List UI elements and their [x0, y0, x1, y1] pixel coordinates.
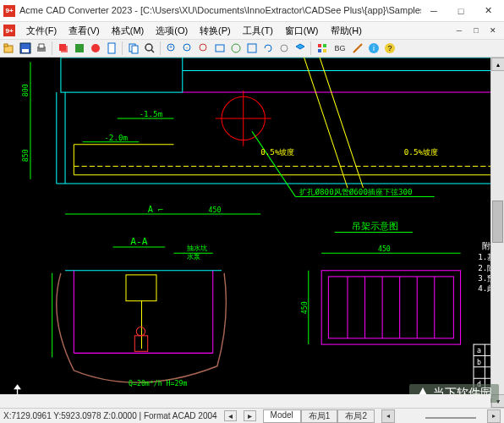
print-icon[interactable]	[34, 41, 49, 56]
copy-icon[interactable]	[126, 41, 141, 56]
menu-bar: 9+ 文件(F) 查看(V) 格式(M) 选项(O) 转换(P) 工具(T) 窗…	[0, 22, 504, 39]
search-icon[interactable]	[142, 41, 157, 56]
svg-text:i: i	[373, 44, 375, 52]
scroll-thumb-h[interactable]	[425, 417, 476, 419]
vert-dim-2: 850	[21, 149, 30, 162]
save-icon[interactable]	[18, 41, 33, 56]
svg-text:-: -	[186, 44, 189, 50]
status-coords: X:7129.0961 Y:5923.0978 Z:0.0000 | Forma…	[3, 411, 217, 420]
measure-icon[interactable]	[350, 41, 365, 56]
zoom-out-icon[interactable]: -	[180, 41, 195, 56]
hscroll-left-icon[interactable]: ◂	[381, 409, 395, 423]
status-bar: X:7129.0961 Y:5923.0978 Z:0.0000 | Forma…	[0, 408, 504, 423]
tab-b: b	[477, 358, 481, 366]
dim-450: 450	[209, 206, 222, 214]
svg-rect-68	[321, 271, 460, 344]
menu-file[interactable]: 文件(F)	[21, 24, 62, 38]
svg-text:+: +	[169, 44, 173, 50]
menu-window[interactable]: 窗口(W)	[280, 24, 324, 38]
menu-options[interactable]: 选项(O)	[151, 24, 193, 38]
vert-dim-1: 800	[21, 84, 30, 96]
doc-icon[interactable]	[104, 41, 119, 56]
layout-tab-1[interactable]: 布局1	[301, 409, 338, 423]
horizontal-scrollbar[interactable]	[0, 394, 490, 408]
svg-rect-22	[248, 44, 256, 52]
open-icon[interactable]	[2, 41, 17, 56]
mdi-close-button[interactable]: ✕	[485, 25, 501, 36]
svg-point-65	[136, 327, 145, 336]
menu-help[interactable]: 帮助(H)	[326, 24, 367, 38]
export-icon[interactable]	[72, 41, 87, 56]
svg-marker-24	[296, 44, 304, 49]
scroll-thumb-v[interactable]	[492, 201, 503, 243]
layout-tab-model[interactable]: Model	[263, 409, 301, 423]
minimize-button[interactable]: ─	[421, 3, 446, 19]
tab-a: a	[477, 346, 481, 354]
menu-format[interactable]: 格式(M)	[107, 24, 150, 38]
svg-rect-5	[39, 44, 44, 48]
svg-rect-25	[318, 44, 321, 47]
close-button[interactable]: ✕	[475, 3, 501, 19]
leader-text: 扩孔Ø800风管Ø600插座下弦300	[299, 187, 412, 196]
svg-line-50	[252, 131, 295, 196]
section-marker-a: A ⌐	[148, 204, 164, 214]
dim-2.0m: -2.0m	[104, 133, 128, 142]
slope-1: 0.5%坡度	[260, 147, 294, 157]
svg-rect-12	[132, 46, 138, 53]
tab-prev-icon[interactable]: ◂	[224, 410, 237, 421]
mdi-restore-button[interactable]: □	[468, 25, 484, 36]
title-bar: 9+ Acme CAD Converter 2023 - [C:\Users\X…	[0, 0, 504, 22]
help-icon[interactable]: ?	[382, 41, 397, 56]
svg-rect-10	[108, 43, 115, 53]
pump-spec: Q=20m³/h H=29m	[129, 379, 187, 387]
view3d-icon[interactable]	[293, 41, 308, 56]
svg-rect-20	[216, 45, 224, 52]
svg-rect-8	[75, 44, 84, 52]
menu-view[interactable]: 查看(V)	[63, 24, 105, 38]
sub-label-1: 抽水坑	[187, 244, 207, 252]
svg-rect-1	[4, 44, 8, 47]
info-icon[interactable]: i	[366, 41, 381, 56]
rotate-icon[interactable]	[260, 41, 276, 56]
window-title: Acme CAD Converter 2023 - [C:\Users\XU\D…	[19, 4, 421, 17]
drawing-canvas[interactable]: 扩孔Ø800风管Ø600插座下弦300 800 850 -1.5m -2.0m …	[0, 58, 504, 408]
svg-point-9	[91, 44, 100, 52]
restore-button[interactable]: □	[448, 3, 474, 19]
settings-icon[interactable]	[88, 41, 103, 56]
section-title: A-A	[130, 236, 148, 247]
zoom-extents-icon[interactable]	[244, 41, 260, 56]
dim-1.5m: -1.5m	[139, 109, 162, 118]
slope-2: 0.5%坡度	[404, 147, 438, 157]
svg-rect-27	[318, 49, 321, 52]
menu-tools[interactable]: 工具(T)	[238, 24, 278, 38]
zoom-prev-icon[interactable]	[277, 41, 292, 56]
plan-title: 吊架示意图	[352, 221, 398, 232]
svg-rect-7	[61, 46, 68, 52]
layout-tab-2[interactable]: 布局2	[337, 409, 375, 423]
svg-text:?: ?	[387, 44, 392, 52]
svg-line-14	[151, 50, 154, 52]
pan-icon[interactable]	[228, 41, 244, 56]
hz-dim-2: 450	[300, 301, 309, 314]
zoom-in-icon[interactable]: +	[164, 41, 179, 56]
svg-rect-3	[22, 49, 29, 52]
svg-rect-26	[323, 44, 326, 47]
svg-point-23	[281, 45, 288, 52]
vertical-scrollbar[interactable]: ▴ ▾	[490, 58, 504, 408]
scroll-up-icon[interactable]: ▴	[491, 58, 504, 71]
app-icon: 9+	[3, 5, 15, 17]
menu-convert[interactable]: 转换(P)	[194, 24, 236, 38]
mdi-minimize-button[interactable]: ─	[452, 25, 467, 36]
tab-next-icon[interactable]: ▸	[244, 410, 256, 421]
toolbar: + - BG i ?	[0, 39, 504, 58]
svg-point-13	[145, 44, 152, 51]
zoom-fit-icon[interactable]	[196, 41, 211, 56]
layers-icon[interactable]	[56, 41, 71, 56]
grid-icon[interactable]	[315, 41, 330, 56]
bg-toggle-icon[interactable]: BG	[331, 41, 349, 56]
svg-rect-62	[126, 275, 156, 301]
menu-app-icon: 9+	[3, 25, 15, 36]
zoom-window-icon[interactable]	[212, 41, 227, 56]
svg-rect-28	[323, 49, 326, 52]
hscroll-right-icon[interactable]: ▸	[487, 409, 501, 423]
